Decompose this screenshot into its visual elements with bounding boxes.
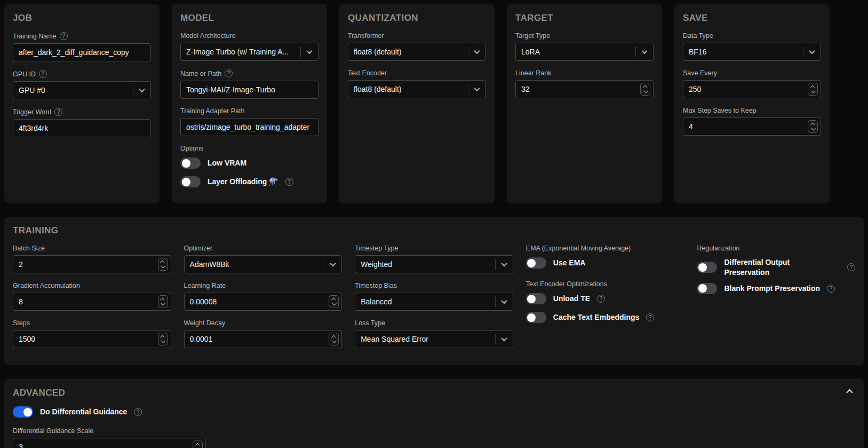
chevron-down-icon	[306, 48, 312, 54]
adapter-path-label: Training Adapter Path	[180, 107, 244, 115]
blank-prompt-preservation-toggle[interactable]	[697, 283, 717, 294]
timestep-bias-select[interactable]: Balanced	[355, 293, 513, 311]
linear-rank-input[interactable]: 32	[515, 80, 654, 98]
steps-input[interactable]: 1500	[13, 330, 171, 348]
max-step-saves-label: Max Step Saves to Keep	[683, 107, 756, 114]
text-encoder-field: Text Encoder float8 (default)	[348, 69, 486, 98]
job-card: JOB Training Name GPU ID GPU #0	[4, 4, 160, 203]
number-stepper[interactable]	[158, 333, 168, 345]
step-down-icon	[161, 301, 165, 305]
model-title: MODEL	[180, 13, 318, 23]
save-every-input[interactable]: 250	[683, 80, 821, 98]
batch-size-field: Batch Size 2	[13, 245, 171, 273]
batch-size-input[interactable]: 2	[13, 255, 171, 273]
page: JOB Training Name GPU ID GPU #0	[0, 0, 868, 448]
loss-type-label: Loss Type	[355, 319, 385, 327]
low-vram-row: Low VRAM	[180, 158, 318, 169]
target-type-select[interactable]: LoRA	[515, 43, 654, 61]
timestep-type-label: Timestep Type	[355, 245, 398, 252]
weight-decay-label: Weight Decay	[184, 319, 226, 327]
do-differential-guidance-toggle[interactable]	[13, 406, 33, 418]
optimizer-label: Optimizer	[184, 245, 212, 252]
transformer-field: Transformer float8 (default)	[348, 32, 486, 61]
number-stepper[interactable]	[640, 83, 650, 96]
adapter-path-input[interactable]	[180, 118, 318, 136]
unload-te-label: Unload TE	[553, 294, 590, 304]
loss-type-select[interactable]: Mean Squared Error	[355, 330, 513, 348]
help-icon[interactable]	[54, 108, 62, 116]
timestep-bias-field: Timestep Bias Balanced	[355, 282, 513, 311]
low-vram-toggle[interactable]	[180, 158, 201, 169]
training-col-2: Optimizer AdamW8Bit Learning Rate 0.0000…	[184, 245, 343, 357]
layer-offloading-toggle[interactable]	[180, 176, 201, 187]
training-name-label-row: Training Name	[13, 32, 151, 40]
step-down-icon	[332, 301, 336, 305]
gpu-id-select[interactable]: GPU #0	[13, 81, 151, 99]
model-architecture-select[interactable]: Z-Image Turbo (w/ Training A...	[180, 43, 318, 61]
help-icon[interactable]	[134, 408, 142, 416]
step-down-icon	[811, 126, 815, 130]
name-or-path-input[interactable]	[180, 81, 318, 99]
data-type-select[interactable]: BF16	[683, 43, 821, 61]
te-section-label: Text Encoder Optimizations	[526, 280, 684, 288]
text-encoder-select[interactable]: float8 (default)	[348, 80, 486, 98]
optimizer-select[interactable]: AdamW8Bit	[184, 255, 343, 273]
number-stepper[interactable]	[808, 120, 818, 133]
gradient-accumulation-input[interactable]: 8	[13, 293, 171, 311]
do-differential-guidance-label: Do Differential Guidance	[40, 407, 127, 417]
advanced-title: ADVANCED	[13, 388, 65, 398]
help-icon[interactable]	[597, 295, 605, 303]
number-stepper[interactable]	[158, 295, 168, 308]
trigger-word-field: Trigger Word	[13, 108, 151, 137]
chevron-down-icon	[474, 85, 480, 91]
transformer-select[interactable]: float8 (default)	[348, 43, 486, 61]
number-stepper[interactable]	[193, 441, 203, 448]
number-stepper[interactable]	[329, 295, 339, 308]
weight-decay-input[interactable]: 0.0001	[184, 330, 343, 348]
number-stepper[interactable]	[808, 83, 818, 96]
help-icon[interactable]	[646, 313, 654, 321]
diff-output-preservation-toggle[interactable]	[697, 262, 717, 273]
use-ema-toggle[interactable]	[526, 257, 546, 269]
transformer-value: float8 (default)	[348, 48, 468, 56]
guidance-scale-input[interactable]: 3	[13, 438, 206, 448]
training-name-field: Training Name	[13, 32, 151, 61]
max-step-saves-input[interactable]: 4	[683, 117, 821, 136]
training-name-input[interactable]	[13, 43, 151, 61]
max-step-saves-field: Max Step Saves to Keep 4	[683, 107, 821, 136]
target-type-value: LoRA	[516, 48, 635, 56]
max-step-saves-value: 4	[683, 122, 808, 131]
timestep-type-select[interactable]: Weighted	[355, 255, 513, 273]
chevron-down-icon	[501, 335, 507, 341]
cache-text-embeddings-toggle[interactable]	[526, 312, 546, 323]
help-icon[interactable]	[225, 69, 233, 77]
diff-output-preservation-row: Differential Output Preservation	[697, 257, 855, 278]
optimizer-field: Optimizer AdamW8Bit	[184, 245, 343, 273]
learning-rate-input[interactable]: 0.00008	[184, 293, 343, 311]
help-icon[interactable]	[285, 178, 293, 186]
linear-rank-field: Linear Rank 32	[515, 69, 654, 98]
ema-section-label: EMA (Exponential Moving Average)	[526, 245, 684, 252]
loss-type-field: Loss Type Mean Squared Error	[355, 319, 513, 348]
options-label: Options	[180, 145, 318, 152]
blank-prompt-preservation-label: Blank Prompt Preservation	[724, 284, 820, 294]
trigger-word-input[interactable]	[13, 119, 151, 137]
regularization-section-label: Regularization	[697, 245, 855, 252]
chevron-down-icon	[474, 48, 480, 54]
help-icon[interactable]	[847, 263, 855, 271]
collapse-section-button[interactable]	[843, 387, 855, 399]
help-icon[interactable]	[39, 70, 47, 78]
training-col-4: EMA (Exponential Moving Average) Use EMA…	[526, 245, 684, 357]
unload-te-toggle[interactable]	[526, 293, 546, 304]
help-icon[interactable]	[827, 285, 835, 293]
number-stepper[interactable]	[329, 333, 339, 345]
gpu-id-value: GPU #0	[13, 86, 133, 95]
number-stepper[interactable]	[158, 258, 168, 271]
help-icon[interactable]	[60, 32, 68, 40]
name-or-path-label: Name or Path	[180, 70, 221, 77]
blank-prompt-preservation-row: Blank Prompt Preservation	[697, 283, 855, 294]
advanced-card: ADVANCED Do Differential Guidance Differ…	[4, 379, 864, 448]
diff-output-preservation-label: Differential Output Preservation	[724, 257, 804, 278]
gradient-accumulation-field: Gradient Accumulation 8	[13, 282, 171, 311]
gradient-accumulation-label: Gradient Accumulation	[13, 282, 80, 289]
